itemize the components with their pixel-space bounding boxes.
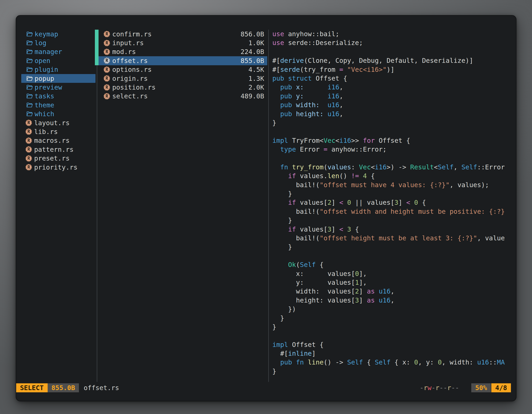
rust-file-icon: R — [26, 137, 32, 144]
sidebar-item-popup[interactable]: popup — [21, 74, 95, 83]
file-row-mod-rs[interactable]: Rmod.rs224.0B — [95, 48, 267, 56]
code-line — [272, 331, 516, 340]
code-line: }) — [272, 305, 516, 314]
file-size: 4.5K — [248, 66, 264, 73]
sidebar-item-keymap[interactable]: keymap — [21, 30, 95, 39]
rust-file-icon: R — [104, 93, 110, 99]
sidebar-item-label: priority.rs — [34, 164, 77, 171]
sidebar-item-manager[interactable]: manager — [21, 48, 95, 56]
code-line — [272, 48, 516, 56]
code-line: height: values[3] as u16, — [272, 296, 516, 305]
parent-directory-list: keymaplogmanageropenpluginpopuppreviewta… — [21, 30, 95, 172]
rust-file-icon: R — [26, 155, 32, 162]
file-size: 856.0B — [240, 30, 264, 38]
current-directory-file-list: Rconfirm.rs856.0BRinput.rs1.0KRmod.rs224… — [95, 30, 267, 101]
rust-file-icon: R — [104, 84, 110, 91]
code-line: } — [272, 118, 516, 127]
code-line: bail!("offset height must be at least 3:… — [272, 234, 516, 243]
marked-indicator — [95, 92, 99, 101]
sidebar-item-priority-rs[interactable]: Rpriority.rs — [21, 163, 95, 172]
sidebar-item-preset-rs[interactable]: Rpreset.rs — [21, 154, 95, 163]
sidebar-item-label: theme — [35, 101, 54, 109]
file-manager-window: keymaplogmanageropenpluginpopuppreviewta… — [16, 15, 516, 401]
code-line: pub height: u16, — [272, 110, 516, 118]
open-folder-icon — [26, 93, 34, 100]
file-size: 2.0K — [248, 83, 264, 91]
rust-file-icon: R — [26, 164, 32, 170]
sidebar-item-label: open — [35, 57, 50, 65]
rust-file-icon: R — [104, 67, 110, 73]
status-filename: offset.rs — [84, 383, 119, 392]
open-folder-icon — [26, 84, 34, 91]
open-folder-icon — [26, 66, 34, 73]
file-row-origin-rs[interactable]: Rorigin.rs1.3K — [95, 74, 267, 83]
mode-badge: SELECT — [16, 383, 48, 392]
sidebar-item-lib-rs[interactable]: Rlib.rs — [21, 127, 95, 136]
file-name: select.rs — [112, 92, 148, 100]
marked-indicator — [95, 83, 99, 92]
code-line: type Error = anyhow::Error; — [272, 145, 516, 154]
code-line: use serde::Deserialize; — [272, 39, 516, 47]
open-folder-icon — [26, 48, 34, 55]
file-name: origin.rs — [112, 75, 148, 82]
code-line: pub struct Offset { — [272, 74, 516, 83]
file-name: input.rs — [112, 39, 144, 47]
status-bar: SELECT 855.0B offset.rs -rw-r--r-- 50% 4… — [16, 383, 516, 392]
marked-indicator — [95, 74, 99, 83]
code-line: impl Offset { — [272, 340, 516, 349]
code-line: if values[2] < 0 || values[3] < 0 { — [272, 198, 516, 207]
sidebar-item-theme[interactable]: theme — [21, 101, 95, 109]
open-folder-icon — [26, 75, 34, 82]
open-folder-icon — [26, 102, 34, 109]
code-line: bail!("offset must have 4 values: {:?}",… — [272, 181, 516, 189]
file-name: options.rs — [112, 66, 152, 73]
permissions-text: -rw-r--r-- — [420, 383, 459, 392]
code-line: #[inline] — [272, 349, 516, 358]
rust-file-icon: R — [26, 120, 32, 126]
open-folder-icon — [26, 57, 34, 64]
marked-indicator — [95, 48, 99, 56]
code-line: pub width: u16, — [272, 101, 516, 109]
sidebar-item-label: keymap — [35, 30, 58, 38]
code-line: } — [272, 189, 516, 198]
marked-indicator — [95, 39, 99, 47]
file-size: 1.3K — [248, 75, 264, 82]
sidebar-item-log[interactable]: log — [21, 39, 95, 47]
file-row-input-rs[interactable]: Rinput.rs1.0K — [95, 39, 267, 47]
code-line: #[serde(try_from = "Vec<i16>")] — [272, 65, 516, 74]
file-row-confirm-rs[interactable]: Rconfirm.rs856.0B — [95, 30, 267, 39]
file-size: 224.0B — [240, 48, 264, 56]
file-row-offset-rs[interactable]: Roffset.rs855.0B — [95, 56, 267, 65]
sidebar-item-label: pattern.rs — [34, 146, 74, 154]
sidebar-item-label: log — [35, 39, 47, 47]
marked-indicator — [95, 65, 99, 74]
code-line — [272, 251, 516, 260]
sidebar-item-label: plugin — [35, 66, 58, 73]
sidebar-item-label: which — [35, 110, 54, 118]
sidebar-item-macros-rs[interactable]: Rmacros.rs — [21, 136, 95, 145]
file-row-options-rs[interactable]: Roptions.rs4.5K — [95, 65, 267, 74]
file-name: mod.rs — [112, 48, 136, 56]
sidebar-item-preview[interactable]: preview — [21, 83, 95, 92]
file-size: 1.0K — [248, 39, 264, 47]
file-size-badge: 855.0B — [48, 383, 79, 392]
sidebar-item-tasks[interactable]: tasks — [21, 92, 95, 101]
file-row-select-rs[interactable]: Rselect.rs489.0B — [95, 92, 267, 101]
code-line: y: values[1], — [272, 278, 516, 287]
file-size: 489.0B — [240, 92, 264, 100]
file-row-position-rs[interactable]: Rposition.rs2.0K — [95, 83, 267, 92]
sidebar-item-layout-rs[interactable]: Rlayout.rs — [21, 118, 95, 127]
sidebar-item-label: layout.rs — [34, 119, 69, 127]
code-line: width: values[2] as u16, — [272, 287, 516, 296]
code-line: bail!("offset width and height must be p… — [272, 207, 516, 216]
code-line: use anyhow::bail; — [272, 30, 516, 39]
code-line: x: values[0], — [272, 270, 516, 278]
sidebar-item-pattern-rs[interactable]: Rpattern.rs — [21, 145, 95, 154]
sidebar-item-which[interactable]: which — [21, 110, 95, 118]
pane-divider-right — [268, 30, 269, 382]
sidebar-item-open[interactable]: open — [21, 56, 95, 65]
code-line — [272, 127, 516, 136]
sidebar-item-label: preset.rs — [34, 154, 69, 162]
sidebar-item-plugin[interactable]: plugin — [21, 65, 95, 74]
code-preview-pane: use anyhow::bail;use serde::Deserialize;… — [272, 30, 516, 385]
